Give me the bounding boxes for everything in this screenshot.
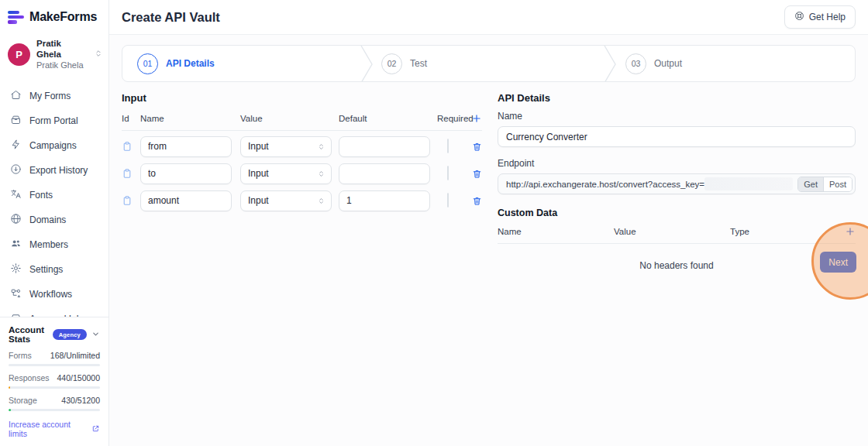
required-checkbox[interactable] <box>447 193 449 208</box>
trash-icon <box>472 196 482 206</box>
sidebar-item-export-history[interactable]: Export History <box>0 158 108 183</box>
step-number: 01 <box>137 53 158 74</box>
sidebar-nav: My Forms Form Portal Campaigns Export Hi… <box>0 79 108 356</box>
gear-icon <box>10 262 22 276</box>
account-stats-title: Account Stats <box>9 325 48 344</box>
increase-limits-label: Increase account limits <box>9 420 88 438</box>
stat-value: 430/51200 <box>61 396 100 405</box>
sidebar-item-label: Export History <box>29 165 88 176</box>
param-value-select[interactable]: Input <box>240 163 332 184</box>
col-name: Name <box>498 227 614 236</box>
chevron-down-icon[interactable] <box>91 328 100 341</box>
increase-limits-link[interactable]: Increase account limits <box>9 420 100 438</box>
input-title: Input <box>122 92 482 104</box>
api-details-title: API Details <box>498 92 856 104</box>
param-name-input[interactable] <box>140 136 232 157</box>
step-separator <box>360 46 373 82</box>
sidebar-item-my-forms[interactable]: My Forms <box>0 84 108 108</box>
method-post-button[interactable]: Post <box>823 177 852 191</box>
api-name-input[interactable] <box>498 126 856 147</box>
user-subtitle: Pratik Ghela <box>36 60 88 71</box>
main-area: Create API Vault Get Help 01 API Details… <box>109 0 868 446</box>
translate-icon <box>10 188 22 202</box>
param-default-input[interactable] <box>339 136 430 157</box>
delete-row-button[interactable] <box>472 169 482 179</box>
param-value-label: Input <box>248 141 269 152</box>
input-section: Input Id Name Value Default Required <box>122 92 482 271</box>
sidebar-item-form-portal[interactable]: Form Portal <box>0 108 108 133</box>
get-help-button[interactable]: Get Help <box>784 5 856 29</box>
sidebar-item-label: Workflows <box>29 289 72 300</box>
endpoint-field[interactable]: http://api.exchangerate.host/convert?acc… <box>498 173 856 194</box>
sidebar-item-settings[interactable]: Settings <box>0 257 108 282</box>
step-output[interactable]: 03 Output <box>611 53 855 74</box>
col-value: Value <box>614 227 730 236</box>
name-label: Name <box>498 111 856 122</box>
param-value-select[interactable]: Input <box>240 190 332 211</box>
param-value-label: Input <box>248 195 269 206</box>
page-header: Create API Vault Get Help <box>109 0 868 35</box>
sidebar-item-label: Fonts <box>29 190 53 201</box>
redacted-api-key <box>704 177 793 190</box>
sidebar-item-workflows[interactable]: Workflows <box>0 282 108 307</box>
step-label: API Details <box>166 58 215 69</box>
account-stats: Account Stats Agency Forms 168/Unlimited… <box>0 317 108 446</box>
step-api-details[interactable]: 01 API Details <box>122 53 367 74</box>
api-details-section: API Details Name Endpoint http://api.exc… <box>498 92 856 271</box>
param-default-input[interactable] <box>339 190 430 211</box>
sidebar: MakeForms P Pratik Ghela Pratik Ghela My… <box>0 0 109 446</box>
delete-row-button[interactable] <box>472 142 482 152</box>
input-row: Input <box>122 135 482 158</box>
clipboard-icon[interactable] <box>122 195 140 206</box>
trash-icon <box>472 169 482 179</box>
param-name-input[interactable] <box>140 163 232 184</box>
sidebar-item-members[interactable]: Members <box>0 232 108 257</box>
portal-icon <box>10 114 22 128</box>
col-type: Type <box>730 227 843 236</box>
add-custom-data-button[interactable] <box>845 226 856 237</box>
param-value-select[interactable]: Input <box>240 136 332 157</box>
col-id: Id <box>122 114 140 123</box>
stat-label: Storage <box>9 396 37 405</box>
sidebar-item-label: Settings <box>29 264 63 275</box>
param-default-input[interactable] <box>339 163 430 184</box>
stat-forms: Forms 168/Unlimited <box>9 351 100 366</box>
step-label: Output <box>654 58 682 69</box>
col-name: Name <box>140 114 240 123</box>
sidebar-item-label: Members <box>29 239 68 250</box>
endpoint-label: Endpoint <box>498 158 856 169</box>
input-row: Input <box>122 162 482 185</box>
input-row: Input <box>122 189 482 212</box>
page-title: Create API Vault <box>122 10 220 25</box>
required-checkbox[interactable] <box>447 139 449 153</box>
lightning-icon <box>10 139 22 153</box>
custom-data-header: Name Value Type <box>498 226 856 244</box>
stat-responses: Responses 440/150000 <box>9 373 100 389</box>
param-name-input[interactable] <box>140 190 232 211</box>
workspace-switcher[interactable]: P Pratik Ghela Pratik Ghela <box>0 32 108 79</box>
step-number: 02 <box>381 53 402 74</box>
method-get-button[interactable]: Get <box>798 177 823 191</box>
sidebar-item-campaigns[interactable]: Campaigns <box>0 133 108 158</box>
empty-state-text: No headers found <box>498 260 856 271</box>
forms-progress-bar <box>9 364 100 366</box>
delete-row-button[interactable] <box>472 196 482 206</box>
sidebar-item-fonts[interactable]: Fonts <box>0 183 108 208</box>
brand-logo[interactable]: MakeForms <box>0 0 108 32</box>
add-input-row-button[interactable] <box>471 113 482 124</box>
plan-badge: Agency <box>53 329 87 340</box>
external-link-icon <box>91 424 100 434</box>
endpoint-url-text: http://api.exchangerate.host/convert?acc… <box>506 180 704 189</box>
clipboard-icon[interactable] <box>122 168 140 179</box>
step-number: 03 <box>625 53 646 74</box>
sidebar-item-domains[interactable]: Domains <box>0 208 108 232</box>
required-checkbox[interactable] <box>447 166 449 180</box>
clipboard-icon[interactable] <box>122 141 140 152</box>
sidebar-item-label: Campaigns <box>29 140 77 151</box>
step-label: Test <box>410 58 427 69</box>
app-window: MakeForms P Pratik Ghela Pratik Ghela My… <box>0 0 868 446</box>
unfold-icon <box>95 47 102 61</box>
step-separator <box>604 46 616 82</box>
next-button[interactable]: Next <box>820 252 856 273</box>
step-test[interactable]: 02 Test <box>367 53 611 74</box>
